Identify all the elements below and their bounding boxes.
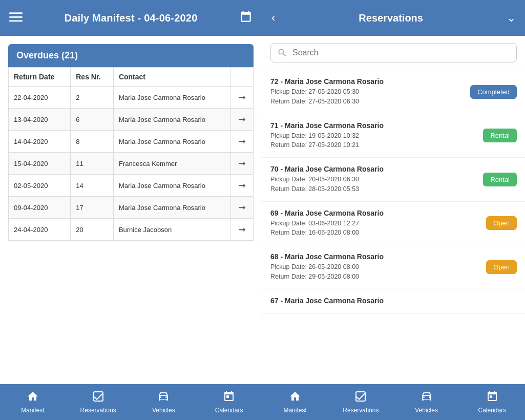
cell-res-nr: 6 <box>71 109 114 131</box>
cell-arrow[interactable]: ➞ <box>231 197 254 219</box>
nav-label-calendars: Calendars <box>215 407 243 414</box>
reservation-name: 67 - Maria Jose Carmona Rosario <box>270 297 517 305</box>
cell-contact: Maria Jose Carmona Rosario <box>113 131 231 153</box>
reservation-item-res-70[interactable]: 70 - Maria Jose Carmona Rosario Pickup D… <box>262 158 525 202</box>
svg-rect-3 <box>94 392 103 401</box>
reservation-name: 71 - Maria Jose Carmona Rosario <box>270 121 477 130</box>
reservation-return: Return Date: 16-06-2020 08:00 <box>270 228 480 238</box>
reservation-item-res-68[interactable]: 68 - Maria Jose Carmona Rosario Pickup D… <box>262 245 525 289</box>
reservation-return: Return Date: 28-05-2020 05:53 <box>270 184 477 194</box>
cell-arrow[interactable]: ➞ <box>231 109 254 131</box>
status-badge: Rental <box>483 129 517 142</box>
left-bottom-nav: Manifest Reservations Vehicles Calendars <box>0 384 262 420</box>
left-nav-item-calendars[interactable]: Calendars <box>196 384 262 420</box>
cell-arrow[interactable]: ➞ <box>231 219 254 241</box>
nav-label-manifest: Manifest <box>21 407 44 414</box>
reservation-return: Return Date: 29-05-2020 08:00 <box>270 272 480 282</box>
status-badge: Open <box>486 260 517 274</box>
cell-return-date: 02-05-2020 <box>9 175 71 197</box>
right-nav-item-manifest[interactable]: Manifest <box>262 384 328 420</box>
right-header: ‹ Reservations ⌄ <box>262 0 525 36</box>
table-row[interactable]: 02-05-2020 14 Maria Jose Carmona Rosario… <box>9 175 254 197</box>
overdues-table: Return Date Res Nr. Contact 22-04-2020 2… <box>8 67 254 241</box>
right-header-title: Reservations <box>359 12 423 24</box>
home-icon <box>289 390 301 405</box>
right-nav-item-reservations[interactable]: Reservations <box>328 384 393 420</box>
reservation-pickup: Pickup Date: 20-05-2020 06:30 <box>270 175 477 184</box>
cell-res-nr: 2 <box>71 87 114 109</box>
cell-arrow[interactable]: ➞ <box>231 153 254 175</box>
left-nav-item-manifest[interactable]: Manifest <box>0 384 66 420</box>
right-nav-item-vehicles[interactable]: Vehicles <box>394 384 459 420</box>
table-row[interactable]: 15-04-2020 11 Francesca Kemmer ➞ <box>9 153 254 175</box>
col-return-date: Return Date <box>9 68 71 87</box>
reservation-info: 67 - Maria Jose Carmona Rosario <box>270 297 517 306</box>
cell-arrow[interactable]: ➞ <box>231 175 254 197</box>
cell-return-date: 22-04-2020 <box>9 87 71 109</box>
cell-res-nr: 8 <box>71 131 114 153</box>
cell-contact: Francesca Kemmer <box>113 153 231 175</box>
right-panel: ‹ Reservations ⌄ 72 - Maria Jose Carmona… <box>262 0 525 420</box>
cell-return-date: 15-04-2020 <box>9 153 71 175</box>
cell-res-nr: 17 <box>71 197 114 219</box>
chevron-down-icon[interactable]: ⌄ <box>507 11 516 25</box>
home-icon <box>27 390 39 405</box>
cell-contact: Burnice Jacobson <box>113 219 231 241</box>
col-action <box>231 68 254 87</box>
nav-label-calendars: Calendars <box>478 407 507 414</box>
left-nav-item-vehicles[interactable]: Vehicles <box>131 384 197 420</box>
nav-label-reservations: Reservations <box>343 407 379 414</box>
cell-arrow[interactable]: ➞ <box>231 131 254 153</box>
table-row[interactable]: 24-04-2020 20 Burnice Jacobson ➞ <box>9 219 254 241</box>
reservation-item-res-72[interactable]: 72 - Maria Jose Carmona Rosario Pickup D… <box>262 70 525 114</box>
cell-res-nr: 20 <box>71 219 114 241</box>
nav-label-manifest: Manifest <box>283 407 306 414</box>
reservation-item-res-71[interactable]: 71 - Maria Jose Carmona Rosario Pickup D… <box>262 114 525 158</box>
right-nav-item-calendars[interactable]: Calendars <box>459 384 525 420</box>
check-square-icon <box>92 390 104 405</box>
reservation-name: 72 - Maria Jose Carmona Rosario <box>270 77 464 86</box>
car-icon <box>421 390 433 405</box>
right-bottom-nav: Manifest Reservations Vehicles Calendars <box>262 384 525 420</box>
back-icon[interactable]: ‹ <box>271 11 275 25</box>
search-icon <box>277 48 287 58</box>
reservation-info: 72 - Maria Jose Carmona Rosario Pickup D… <box>270 77 464 107</box>
cell-arrow[interactable]: ➞ <box>231 87 254 109</box>
cell-return-date: 13-04-2020 <box>9 109 71 131</box>
left-header-title: Daily Manifest - 04-06-2020 <box>65 12 198 24</box>
reservation-return: Return Date: 27-05-2020 10:21 <box>270 140 477 150</box>
check-square-icon <box>354 390 367 405</box>
left-content: Overdues (21) Return Date Res Nr. Contac… <box>0 36 262 384</box>
search-input[interactable] <box>292 48 510 57</box>
reservation-item-res-69[interactable]: 69 - Maria Jose Carmona Rosario Pickup D… <box>262 202 525 246</box>
overdues-header: Overdues (21) <box>8 44 254 67</box>
nav-label-vehicles: Vehicles <box>415 407 438 414</box>
left-nav-item-reservations[interactable]: Reservations <box>66 384 131 420</box>
table-row[interactable]: 09-04-2020 17 Maria Jose Carmona Rosario… <box>9 197 254 219</box>
table-row[interactable]: 14-04-2020 8 Maria Jose Carmona Rosario … <box>9 131 254 153</box>
reservation-pickup: Pickup Date: 03-06-2020 12:27 <box>270 219 480 228</box>
reservation-info: 68 - Maria Jose Carmona Rosario Pickup D… <box>270 253 480 282</box>
reservation-return: Return Date: 27-05-2020 06:30 <box>270 97 464 107</box>
table-row[interactable]: 13-04-2020 6 Maria Jose Carmona Rosario … <box>9 109 254 131</box>
cell-res-nr: 11 <box>71 153 114 175</box>
calendar-icon <box>486 390 498 405</box>
table-row[interactable]: 22-04-2020 2 Maria Jose Carmona Rosario … <box>9 87 254 109</box>
calendar-icon <box>223 390 235 405</box>
cell-contact: Maria Jose Carmona Rosario <box>113 109 231 131</box>
cell-return-date: 14-04-2020 <box>9 131 71 153</box>
status-badge: Completed <box>470 85 517 99</box>
cell-contact: Maria Jose Carmona Rosario <box>113 197 231 219</box>
calendar-icon[interactable] <box>239 10 253 26</box>
reservation-pickup: Pickup Date: 27-05-2020 05:30 <box>270 87 464 97</box>
left-header: Daily Manifest - 04-06-2020 <box>0 0 262 36</box>
col-res-nr: Res Nr. <box>71 68 114 87</box>
svg-rect-1 <box>9 16 23 18</box>
left-panel: Daily Manifest - 04-06-2020 Overdues (21… <box>0 0 262 420</box>
reservation-item-res-67[interactable]: 67 - Maria Jose Carmona Rosario <box>262 289 525 314</box>
reservation-info: 71 - Maria Jose Carmona Rosario Pickup D… <box>270 121 477 151</box>
nav-label-vehicles: Vehicles <box>152 407 175 414</box>
hamburger-icon[interactable] <box>9 10 23 26</box>
reservations-list: 72 - Maria Jose Carmona Rosario Pickup D… <box>262 70 525 384</box>
table-header-row: Return Date Res Nr. Contact <box>9 68 254 87</box>
